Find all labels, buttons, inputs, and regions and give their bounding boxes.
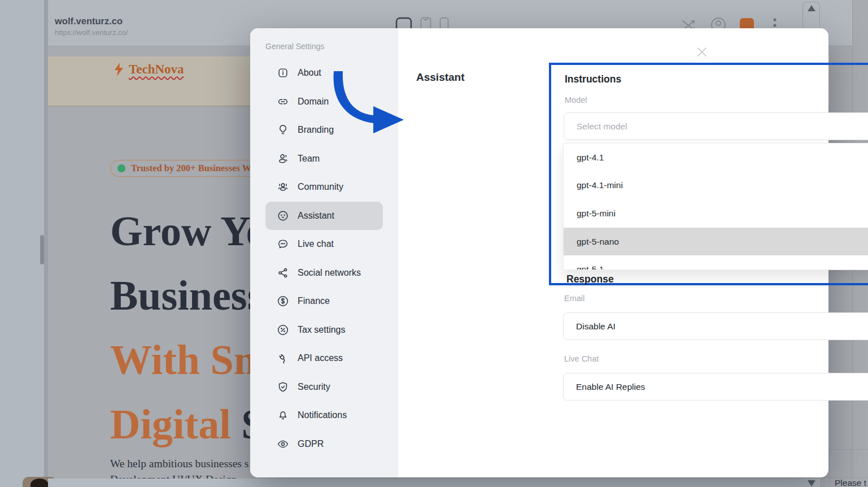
green-dot-icon (117, 164, 125, 172)
model-option[interactable]: gpt-4.1-mini (564, 172, 868, 200)
people-icon (277, 181, 289, 193)
settings-nav-community[interactable]: Community (265, 173, 383, 202)
settings-nav-api-access[interactable]: API access (265, 344, 383, 373)
settings-nav-header: General Settings (265, 42, 383, 51)
chat-bubble-icon (277, 238, 289, 250)
sidebar-scrollbar-thumb[interactable] (40, 235, 44, 264)
model-option[interactable]: gpt-5-mini (564, 199, 868, 228)
eye-icon (277, 438, 289, 450)
share-nodes-icon (277, 267, 289, 279)
shield-check-icon (277, 381, 289, 393)
table-cell-border (829, 449, 830, 483)
hero-paragraph: We help ambitious businesses s (110, 458, 248, 470)
model-option[interactable]: gpt-5.1 (564, 255, 868, 270)
link-icon (277, 95, 289, 108)
model-options-dropdown: gpt-4.1 gpt-4.1-mini gpt-5-mini gpt-5-na… (563, 143, 868, 270)
email-ai-value: Disable AI (576, 321, 616, 332)
bell-icon (277, 409, 289, 421)
model-option[interactable]: gpt-4.1 (564, 144, 868, 172)
mobile-icon[interactable] (439, 17, 449, 28)
email-ai-select[interactable]: Disable AI (563, 312, 868, 340)
profile-circle-icon[interactable] (710, 17, 726, 28)
panel-title: Assistant (416, 71, 465, 84)
annotation-arrow-icon (330, 71, 407, 136)
settings-nav-security[interactable]: Security (265, 373, 383, 402)
email-label: Email (564, 294, 585, 303)
settings-nav-social-networks[interactable]: Social networks (265, 259, 383, 288)
scroll-down-arrow[interactable] (808, 480, 815, 486)
settings-nav-finance[interactable]: Finance (265, 287, 383, 316)
sidebar-divider (44, 0, 48, 487)
table-cell-border (850, 449, 851, 477)
table-cell-border (829, 449, 868, 450)
settings-panel: Assistant Instructions Model Select mode… (398, 28, 828, 477)
info-square-icon (277, 67, 289, 79)
settings-nav-live-chat[interactable]: Live chat (265, 230, 383, 259)
settings-nav-assistant[interactable]: Assistant (265, 202, 383, 231)
settings-nav-team[interactable]: Team (265, 145, 383, 173)
response-heading: Response (566, 273, 614, 285)
upgrade-button-fragment[interactable] (740, 18, 754, 28)
live-chat-ai-select[interactable]: Enable AI Replies (563, 373, 868, 401)
settings-nav-tax-settings[interactable]: Tax settings (265, 316, 383, 345)
site-brand-name: TechNova (129, 62, 184, 77)
model-select[interactable]: Select model (564, 112, 868, 140)
shuffle-icon[interactable] (681, 18, 696, 28)
person-icon (277, 153, 289, 165)
dollar-circle-icon (277, 295, 289, 307)
lightning-bolt-icon (113, 62, 125, 77)
close-icon[interactable] (695, 45, 709, 59)
device-preview-toggle (395, 17, 452, 28)
clipped-bottom-text: Please t (835, 478, 866, 487)
desktop-icon[interactable] (395, 17, 412, 28)
app-sidebar (0, 0, 44, 487)
live-chat-ai-value: Enable AI Replies (576, 382, 645, 392)
instructions-heading: Instructions (565, 73, 621, 85)
site-url[interactable]: https://wolf.venturz.co/ (55, 28, 128, 37)
tablet-icon[interactable] (420, 17, 431, 28)
percent-circle-icon (277, 324, 289, 336)
live-chat-label: Live Chat (564, 354, 599, 363)
site-brand: TechNova (113, 62, 184, 77)
site-title[interactable]: wolf.venturz.co (55, 16, 123, 27)
scroll-up-arrow[interactable] (808, 5, 815, 11)
topbar-icons (677, 16, 790, 28)
model-label: Model (565, 95, 587, 105)
model-option-highlighted[interactable]: gpt-5-nano (564, 228, 868, 256)
preview-horizontal-scrollbar[interactable] (48, 479, 820, 487)
settings-nav-gdpr[interactable]: GDPR (265, 430, 383, 459)
model-placeholder: Select model (577, 121, 627, 132)
plug-icon (277, 352, 289, 364)
settings-nav-notifications[interactable]: Notifications (265, 401, 383, 430)
kebab-menu-icon[interactable] (773, 17, 777, 28)
smiley-face-icon (277, 210, 289, 222)
lightbulb-icon (277, 124, 289, 136)
